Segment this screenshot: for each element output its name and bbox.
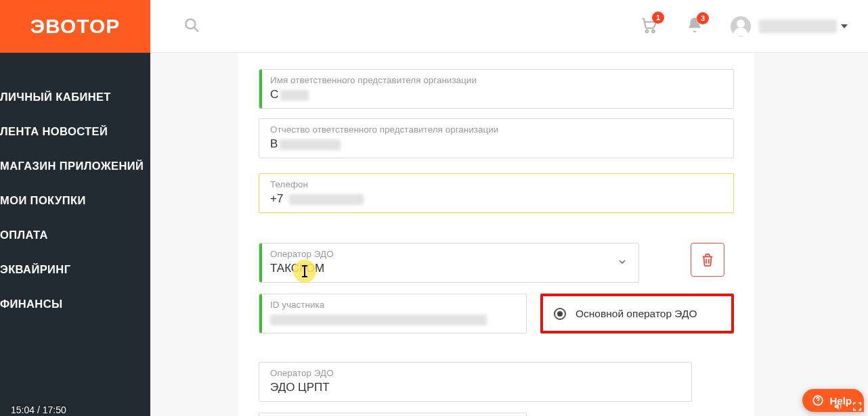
sidebar-item-appstore[interactable]: МАГАЗИН ПРИЛОЖЕНИЙ bbox=[0, 149, 150, 183]
svg-point-3 bbox=[652, 30, 655, 32]
avatar-icon[interactable] bbox=[731, 16, 751, 37]
sidebar-item-finance[interactable]: ФИНАНСЫ bbox=[0, 287, 150, 321]
participant-id-row: ID участника Основной оператор ЭДО bbox=[259, 294, 734, 333]
bell-icon[interactable]: 3 bbox=[686, 16, 703, 37]
patronymic-value: В bbox=[270, 137, 724, 151]
radio-selected-icon bbox=[554, 308, 566, 320]
main-operator-label: Основной оператор ЭДО bbox=[576, 308, 697, 320]
participant-id-value bbox=[270, 313, 517, 326]
operator1-value: ТАКСКОМ bbox=[270, 262, 611, 275]
sidebar-nav: ЛИЧНЫЙ КАБИНЕТ ЛЕНТА НОВОСТЕЙ МАГАЗИН ПР… bbox=[0, 53, 150, 321]
phone-value: +7 bbox=[270, 192, 724, 206]
first-name-field[interactable]: Имя ответственного представителя организ… bbox=[259, 69, 734, 109]
content-area: Имя ответственного представителя организ… bbox=[150, 53, 868, 416]
cart-icon[interactable]: 1 bbox=[640, 16, 659, 37]
operator2-value: ЭДО ЦРПТ bbox=[270, 381, 682, 394]
participant-id-label: ID участника bbox=[270, 300, 517, 310]
bell-badge: 3 bbox=[697, 12, 709, 24]
svg-point-2 bbox=[646, 30, 649, 32]
brand-logo[interactable]: ЭВОТОР bbox=[0, 0, 150, 53]
sidebar-item-acquiring[interactable]: ЭКВАЙРИНГ bbox=[0, 252, 150, 287]
sidebar: ЭВОТОР ЛИЧНЫЙ КАБИНЕТ ЛЕНТА НОВОСТЕЙ МАГ… bbox=[0, 0, 150, 416]
video-controls: 15:04 / 17:50 bbox=[0, 402, 868, 416]
video-timecode: 15:04 / 17:50 bbox=[11, 405, 66, 415]
main-operator-option[interactable]: Основной оператор ЭДО bbox=[540, 294, 734, 333]
user-menu-caret-icon[interactable] bbox=[841, 24, 848, 28]
cart-badge: 1 bbox=[652, 11, 664, 24]
phone-field[interactable]: Телефон +7 bbox=[259, 173, 734, 213]
volume-icon[interactable] bbox=[833, 401, 844, 415]
sidebar-item-payment[interactable]: ОПЛАТА bbox=[0, 218, 150, 252]
first-name-label: Имя ответственного представителя организ… bbox=[270, 75, 724, 85]
operator1-select[interactable]: Оператор ЭДО ТАКСКОМ bbox=[259, 243, 639, 283]
phone-label: Телефон bbox=[270, 179, 724, 189]
sidebar-item-purchases[interactable]: МОИ ПОКУПКИ bbox=[0, 183, 150, 218]
operator1-row: Оператор ЭДО ТАКСКОМ bbox=[259, 243, 734, 283]
topbar: 1 3 bbox=[150, 0, 868, 53]
user-name[interactable] bbox=[759, 20, 837, 33]
participant-id-field[interactable]: ID участника bbox=[259, 294, 527, 333]
svg-line-1 bbox=[194, 27, 198, 31]
patronymic-label: Отчество ответственного представителя ор… bbox=[270, 124, 724, 135]
operator2-field[interactable]: Оператор ЭДО ЭДО ЦРПТ bbox=[259, 362, 692, 402]
form-panel: Имя ответственного представителя организ… bbox=[238, 53, 754, 416]
chevron-down-icon bbox=[617, 256, 628, 270]
operator2-label: Оператор ЭДО bbox=[270, 368, 682, 378]
delete-operator-button[interactable] bbox=[691, 243, 724, 277]
patronymic-field[interactable]: Отчество ответственного представителя ор… bbox=[259, 118, 734, 158]
brand-logo-text: ЭВОТОР bbox=[30, 15, 121, 38]
svg-point-0 bbox=[186, 19, 195, 28]
fullscreen-icon[interactable] bbox=[852, 401, 863, 415]
operator1-label: Оператор ЭДО bbox=[270, 249, 611, 259]
sidebar-item-news[interactable]: ЛЕНТА НОВОСТЕЙ bbox=[0, 114, 150, 149]
search-icon[interactable] bbox=[183, 16, 200, 37]
first-name-value: С bbox=[270, 88, 724, 101]
sidebar-item-cabinet[interactable]: ЛИЧНЫЙ КАБИНЕТ bbox=[0, 80, 150, 114]
